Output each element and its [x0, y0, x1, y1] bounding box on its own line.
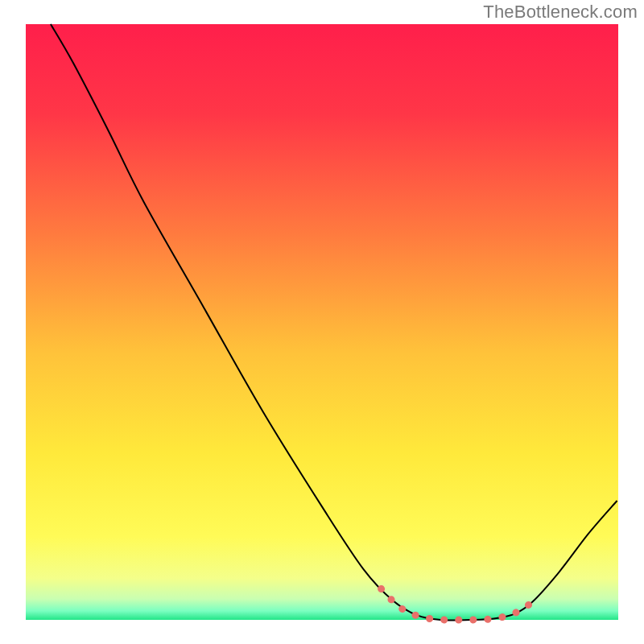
chart-container: TheBottleneck.com [0, 0, 644, 644]
chart-svg [0, 0, 644, 644]
plot-background [26, 24, 618, 620]
watermark-text: TheBottleneck.com [483, 2, 638, 23]
